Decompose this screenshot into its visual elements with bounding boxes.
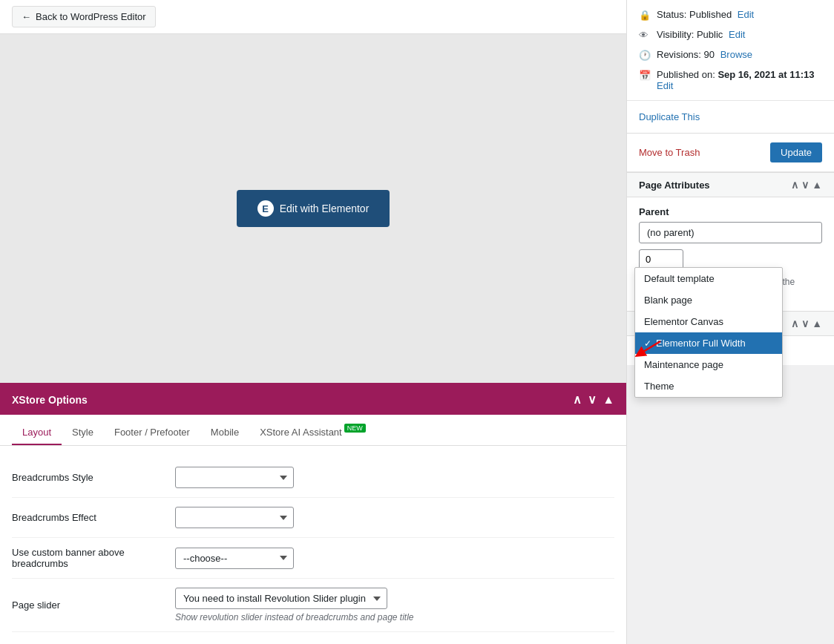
breadcrumbs-effect-select[interactable]	[175, 507, 294, 528]
page-attr-down-icon[interactable]: ∨	[801, 179, 809, 191]
featured-image-controls: ∧ ∨ ▲	[791, 318, 822, 329]
tab-footer[interactable]: Footer / Prefooter	[104, 421, 200, 445]
parent-select-wrapper: (no parent)	[639, 222, 822, 243]
tab-ai[interactable]: XStore AI Assistant NEW	[249, 421, 364, 445]
back-to-editor-button[interactable]: Back to WordPress Editor	[12, 6, 156, 27]
top-bar: Back to WordPress Editor	[0, 0, 626, 34]
xstore-header: XStore Options ∧ ∨ ▲	[0, 385, 626, 415]
revisions-browse-link[interactable]: Browse	[720, 49, 752, 60]
new-badge: NEW	[344, 424, 366, 433]
edit-elementor-label: Edit with Elementor	[280, 203, 370, 214]
parent-label: Parent	[639, 206, 822, 217]
arrow-left-icon	[22, 11, 31, 22]
collapse-up-icon[interactable]: ∧	[573, 394, 582, 406]
check-icon: ✓	[644, 338, 651, 349]
breadcrumbs-effect-row: Breadcrumbs Effect	[12, 498, 614, 538]
visibility-icon: 👁	[639, 30, 651, 42]
page-slider-row: Page slider You need to install Revoluti…	[12, 579, 614, 632]
xstore-header-controls: ∧ ∨ ▲	[573, 394, 614, 406]
tab-footer-label: Footer / Prefooter	[114, 427, 190, 438]
order-input[interactable]	[639, 249, 683, 269]
publish-actions: Move to Trash Update	[627, 134, 834, 172]
page-slider-help: Show revolution slider instead of breadc…	[175, 612, 614, 622]
editor-canvas: E Edit with Elementor	[0, 34, 626, 383]
revisions-icon: 🕐	[639, 50, 651, 62]
page-attr-up-icon[interactable]: ∧	[791, 179, 798, 191]
page-slider-control: You need to install Revolution Slider pl…	[175, 588, 614, 622]
custom-banner-control: --choose--	[175, 548, 614, 569]
dropdown-item-full-width[interactable]: ✓ Elementor Full Width	[635, 332, 782, 354]
revisions-row: 🕐 Revisions: 90 Browse	[639, 49, 822, 62]
dropdown-full-width-label: Elementor Full Width	[656, 338, 746, 349]
breadcrumbs-style-control	[175, 467, 614, 488]
breadcrumbs-effect-control	[175, 507, 614, 528]
page-attr-toggle-icon[interactable]: ▲	[812, 179, 822, 191]
status-edit-link[interactable]: Edit	[738, 9, 754, 20]
dropdown-item-canvas[interactable]: Elementor Canvas	[635, 311, 782, 332]
update-button[interactable]: Update	[770, 142, 822, 162]
move-to-trash-button[interactable]: Move to Trash	[639, 147, 700, 158]
status-label: Status:	[657, 9, 689, 20]
breadcrumbs-style-label: Breadcrumbs Style	[12, 472, 175, 483]
page-slider-label: Page slider	[12, 599, 175, 611]
featured-down-icon[interactable]: ∨	[801, 318, 809, 329]
visibility-edit-link[interactable]: Edit	[729, 29, 745, 40]
breadcrumbs-style-row: Breadcrumbs Style	[12, 458, 614, 498]
publish-meta-section: 🔒 Status: Published Edit 👁 Visibility: P…	[627, 0, 834, 101]
published-label: Published on:	[657, 69, 718, 80]
xstore-options-panel: XStore Options ∧ ∨ ▲ Layout Style Footer…	[0, 383, 626, 644]
duplicate-this-link[interactable]: Duplicate This	[639, 108, 822, 125]
tab-mobile-label: Mobile	[211, 427, 239, 438]
custom-banner-label: Use custom banner above breadcrumbs	[12, 547, 175, 569]
tab-style[interactable]: Style	[62, 421, 104, 445]
edit-with-elementor-button[interactable]: E Edit with Elementor	[237, 190, 390, 227]
dropdown-default-label: Default template	[644, 273, 715, 284]
dropdown-item-blank[interactable]: Blank page	[635, 289, 782, 311]
duplicate-section: Duplicate This	[627, 101, 834, 134]
visibility-label: Visibility:	[657, 29, 697, 40]
tab-mobile[interactable]: Mobile	[200, 421, 249, 445]
xstore-body: Breadcrumbs Style Breadcrumbs Effect Use…	[0, 446, 626, 644]
dropdown-item-maintenance[interactable]: Maintenance page	[635, 354, 782, 375]
xstore-tabs: Layout Style Footer / Prefooter Mobile X…	[0, 415, 626, 446]
published-value: Sep 16, 2021 at 11:13	[718, 69, 814, 80]
elementor-icon: E	[257, 200, 274, 217]
breadcrumbs-style-select[interactable]	[175, 467, 294, 488]
dropdown-theme-label: Theme	[644, 381, 674, 392]
parent-select[interactable]: (no parent)	[639, 222, 822, 243]
dropdown-canvas-label: Elementor Canvas	[644, 316, 723, 327]
custom-banner-select[interactable]: --choose--	[175, 548, 294, 569]
published-edit-link[interactable]: Edit	[657, 80, 673, 91]
visibility-row: 👁 Visibility: Public Edit	[639, 29, 822, 42]
dropdown-item-default[interactable]: Default template	[635, 268, 782, 289]
collapse-down-icon[interactable]: ∨	[588, 394, 597, 406]
xstore-title: XStore Options	[12, 394, 88, 406]
calendar-icon: 📅	[639, 70, 651, 82]
tab-layout[interactable]: Layout	[12, 421, 62, 445]
tab-ai-label: XStore AI Assistant	[260, 427, 342, 438]
page-slider-select[interactable]: You need to install Revolution Slider pl…	[175, 588, 387, 609]
revisions-value: 90	[704, 49, 715, 60]
back-button-label: Back to WordPress Editor	[36, 11, 146, 22]
tab-style-label: Style	[72, 427, 93, 438]
page-attributes-title: Page Attributes	[639, 180, 710, 191]
status-value: Published	[689, 9, 732, 20]
dropdown-blank-label: Blank page	[644, 295, 692, 306]
featured-toggle-icon[interactable]: ▲	[812, 318, 822, 329]
tab-layout-label: Layout	[22, 427, 51, 438]
template-dropdown: Default template Blank page Elementor Ca…	[634, 267, 783, 398]
published-on-row: 📅 Published on: Sep 16, 2021 at 11:13 Ed…	[639, 69, 822, 91]
featured-up-icon[interactable]: ∧	[791, 318, 798, 329]
dropdown-maintenance-label: Maintenance page	[644, 359, 723, 370]
visibility-value: Public	[697, 29, 723, 40]
page-attributes-header: Page Attributes ∧ ∨ ▲	[627, 172, 834, 197]
status-icon: 🔒	[639, 10, 651, 22]
status-row: 🔒 Status: Published Edit	[639, 9, 822, 22]
custom-banner-row: Use custom banner above breadcrumbs --ch…	[12, 538, 614, 579]
revisions-label: Revisions:	[657, 49, 704, 60]
dropdown-item-theme[interactable]: Theme	[635, 375, 782, 397]
breadcrumbs-effect-label: Breadcrumbs Effect	[12, 512, 175, 523]
page-attributes-controls: ∧ ∨ ▲	[791, 179, 822, 191]
toggle-icon[interactable]: ▲	[602, 394, 614, 406]
